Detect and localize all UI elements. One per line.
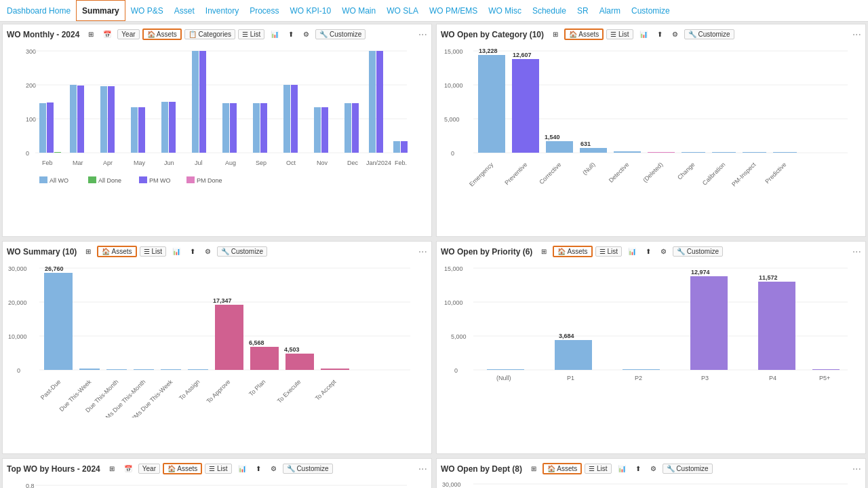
grid-icon-btn[interactable]: ⊞ bbox=[549, 30, 561, 39]
list-btn[interactable]: ☰ List bbox=[238, 29, 264, 39]
categories-btn[interactable]: 📋 Categories bbox=[184, 29, 235, 39]
svg-rect-99 bbox=[106, 369, 127, 370]
nav-item-wo-kpi-10[interactable]: WO KPI-10 bbox=[285, 0, 337, 21]
wo-summary-chart: 30,000 20,000 10,000 0 26,760 17,347 bbox=[7, 261, 414, 417]
list-btn[interactable]: ☰ List bbox=[606, 29, 633, 39]
panel-menu[interactable]: ··· bbox=[852, 463, 861, 475]
nav-item-wo-sla[interactable]: WO SLA bbox=[381, 0, 424, 21]
svg-text:100: 100 bbox=[26, 116, 36, 123]
svg-rect-22 bbox=[230, 103, 237, 153]
calendar-icon-btn[interactable]: 📅 bbox=[121, 464, 136, 473]
assets-btn[interactable]: 🏠 Assets bbox=[564, 29, 604, 40]
chart-icon-btn[interactable]: 📊 bbox=[235, 464, 250, 473]
export-icon-btn[interactable]: ⬆ bbox=[642, 247, 654, 256]
customize-btn[interactable]: 🔧 Customize bbox=[283, 464, 333, 474]
svg-rect-98 bbox=[79, 369, 100, 370]
nav-item-customize[interactable]: Customize bbox=[626, 0, 675, 21]
nav-item-dashboard-home[interactable]: Dashboard Home bbox=[1, 0, 76, 21]
svg-rect-24 bbox=[260, 103, 267, 153]
svg-text:Dec: Dec bbox=[347, 159, 359, 166]
svg-text:26,760: 26,760 bbox=[45, 265, 64, 272]
chart-icon-btn[interactable]: 📊 bbox=[614, 464, 629, 473]
calendar-icon-btn[interactable]: 📅 bbox=[100, 30, 115, 39]
settings-icon-btn[interactable]: ⚙ bbox=[657, 247, 670, 256]
grid-icon-btn[interactable]: ⊞ bbox=[538, 247, 550, 256]
list-btn[interactable]: ☰ List bbox=[585, 464, 611, 474]
svg-text:PM WO: PM WO bbox=[149, 177, 171, 184]
panel-toolbar: ⊞ 📅 Year 🏠 Assets 📋 Categories ☰ List 📊 … bbox=[85, 29, 366, 40]
chart-icon-btn[interactable]: 📊 bbox=[267, 30, 282, 39]
svg-rect-8 bbox=[39, 103, 46, 153]
nav-item-schedule[interactable]: Schedule bbox=[527, 0, 572, 21]
svg-text:5,000: 5,000 bbox=[451, 333, 467, 340]
settings-icon-btn[interactable]: ⚙ bbox=[300, 30, 313, 39]
export-icon-btn[interactable]: ⬆ bbox=[186, 247, 199, 256]
chart-icon-btn[interactable]: 📊 bbox=[636, 30, 651, 39]
export-icon-btn[interactable]: ⬆ bbox=[654, 30, 666, 39]
customize-btn[interactable]: 🔧 Customize bbox=[684, 29, 734, 39]
nav-item-inventory[interactable]: Inventory bbox=[200, 0, 244, 21]
svg-text:200: 200 bbox=[26, 82, 36, 89]
panel-title: Top WO by Hours - 2024 bbox=[7, 464, 100, 474]
settings-icon-btn[interactable]: ⚙ bbox=[267, 464, 280, 473]
settings-icon-btn[interactable]: ⚙ bbox=[647, 464, 660, 473]
grid-icon-btn[interactable]: ⊞ bbox=[82, 247, 94, 256]
panel-menu[interactable]: ··· bbox=[418, 246, 427, 258]
grid-icon-btn[interactable]: ⊞ bbox=[528, 464, 540, 473]
svg-rect-128 bbox=[487, 369, 524, 370]
svg-rect-18 bbox=[169, 102, 176, 153]
export-icon-btn[interactable]: ⬆ bbox=[632, 464, 644, 473]
customize-btn[interactable]: 🔧 Customize bbox=[217, 246, 267, 257]
list-btn[interactable]: ☰ List bbox=[595, 246, 622, 257]
svg-rect-16 bbox=[138, 107, 145, 153]
panel-menu[interactable]: ··· bbox=[852, 29, 861, 41]
panel-menu[interactable]: ··· bbox=[418, 29, 427, 41]
grid-icon-btn[interactable]: ⊞ bbox=[85, 30, 97, 39]
customize-btn[interactable]: 🔧 Customize bbox=[673, 246, 723, 257]
nav-item-sr[interactable]: SR bbox=[572, 0, 594, 21]
panel-menu[interactable]: ··· bbox=[852, 246, 861, 258]
settings-icon-btn[interactable]: ⚙ bbox=[201, 247, 214, 256]
chart-icon-btn[interactable]: 📊 bbox=[625, 247, 639, 256]
panel-toolbar: ⊞ 🏠 Assets ☰ List 📊 ⬆ ⚙ 🔧 Customize bbox=[82, 246, 267, 257]
nav-item-asset[interactable]: Asset bbox=[169, 0, 200, 21]
svg-text:To Accept: To Accept bbox=[314, 378, 338, 402]
svg-rect-132 bbox=[690, 276, 728, 370]
export-icon-btn[interactable]: ⬆ bbox=[285, 30, 297, 39]
svg-rect-15 bbox=[131, 107, 138, 153]
nav-item-wo-misc[interactable]: WO Misc bbox=[483, 0, 527, 21]
assets-btn[interactable]: 🏠 Assets bbox=[553, 246, 592, 257]
nav-item-process[interactable]: Process bbox=[244, 0, 284, 21]
assets-btn[interactable]: 🏠 Assets bbox=[163, 463, 202, 474]
svg-text:PM-Inspect: PM-Inspect bbox=[730, 161, 757, 188]
svg-text:Nov: Nov bbox=[317, 159, 328, 166]
customize-btn[interactable]: 🔧 Customize bbox=[315, 29, 366, 39]
nav-item-wo-pm-ems[interactable]: WO PM/EMS bbox=[424, 0, 483, 21]
nav-item-alarm[interactable]: Alarm bbox=[594, 0, 626, 21]
customize-btn[interactable]: 🔧 Customize bbox=[663, 464, 713, 474]
svg-text:12,974: 12,974 bbox=[691, 269, 710, 276]
nav-item-wo-ps[interactable]: WO P&S bbox=[125, 0, 169, 21]
year-btn[interactable]: Year bbox=[117, 29, 139, 39]
panel-menu[interactable]: ··· bbox=[418, 463, 427, 475]
svg-rect-14 bbox=[108, 86, 115, 153]
list-btn[interactable]: ☰ List bbox=[205, 464, 231, 474]
nav-item-wo-main[interactable]: WO Main bbox=[336, 0, 381, 21]
chart-icon-btn[interactable]: 📊 bbox=[169, 247, 184, 256]
assets-btn[interactable]: 🏠 Assets bbox=[142, 29, 182, 40]
svg-rect-74 bbox=[682, 152, 705, 153]
list-btn[interactable]: ☰ List bbox=[140, 246, 166, 257]
settings-icon-btn[interactable]: ⚙ bbox=[669, 30, 682, 39]
panel-header: WO Open by Category (10) ⊞ 🏠 Assets ☰ Li… bbox=[441, 29, 861, 43]
panel-wo-category: WO Open by Category (10) ⊞ 🏠 Assets ☰ Li… bbox=[436, 24, 866, 237]
assets-btn[interactable]: 🏠 Assets bbox=[97, 246, 136, 257]
svg-text:30,000: 30,000 bbox=[8, 265, 27, 272]
year-btn[interactable]: Year bbox=[138, 464, 160, 474]
assets-btn[interactable]: 🏠 Assets bbox=[542, 463, 582, 474]
svg-text:Jan/2024: Jan/2024 bbox=[366, 159, 391, 166]
grid-icon-btn[interactable]: ⊞ bbox=[106, 464, 118, 473]
export-icon-btn[interactable]: ⬆ bbox=[252, 464, 264, 473]
svg-rect-34 bbox=[401, 141, 408, 153]
nav-item-summary[interactable]: Summary bbox=[76, 0, 125, 21]
svg-rect-50 bbox=[88, 176, 96, 183]
